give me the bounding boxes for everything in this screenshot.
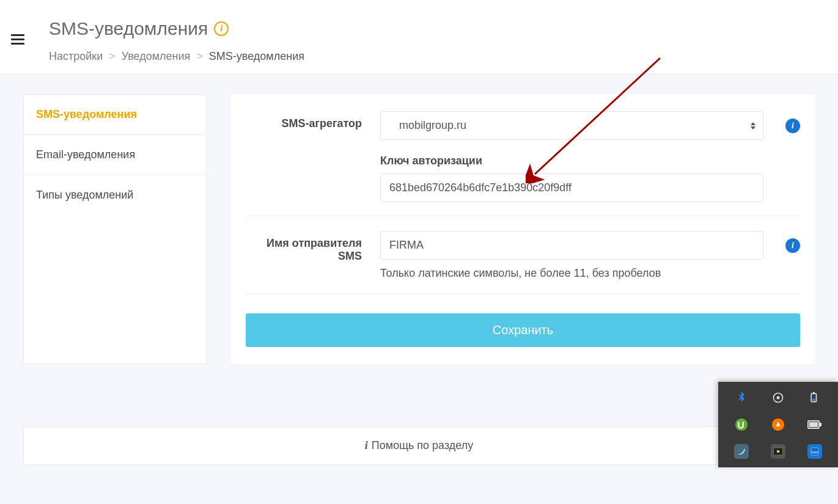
gallery-icon[interactable] xyxy=(771,444,785,459)
auth-key-label: Ключ авторизации xyxy=(380,155,763,167)
battery-icon[interactable] xyxy=(807,390,822,405)
system-tray: intel xyxy=(718,382,838,467)
sidebar-item-types[interactable]: Типы уведомлений xyxy=(24,175,206,215)
svg-rect-10 xyxy=(809,422,818,427)
svg-rect-4 xyxy=(813,392,815,394)
breadcrumb: Настройки > Уведомления > SMS-уведомлени… xyxy=(49,50,838,63)
power-icon[interactable] xyxy=(807,417,822,432)
save-button[interactable]: Сохранить xyxy=(246,313,800,347)
sender-input[interactable] xyxy=(380,231,763,260)
sidebar-item-sms[interactable]: SMS-уведомления xyxy=(24,95,206,135)
avast-icon[interactable] xyxy=(771,417,785,432)
main-panel: SMS-агрегатор mobilgroup.ru Ключ авториз… xyxy=(231,94,815,364)
sidebar-item-label: Email-уведомления xyxy=(36,148,135,161)
aggregator-selected-value: mobilgroup.ru xyxy=(399,119,466,132)
sidebar-item-label: SMS-уведомления xyxy=(36,108,137,120)
sidebar: SMS-уведомления Email-уведомления Типы у… xyxy=(23,94,207,364)
svg-point-2 xyxy=(777,396,780,400)
chevron-right-icon: > xyxy=(109,50,116,63)
sidebar-item-label: Типы уведомлений xyxy=(36,189,133,201)
info-icon[interactable]: i xyxy=(785,238,800,253)
breadcrumb-current: SMS-уведомления xyxy=(209,50,304,63)
breadcrumb-item-settings[interactable]: Настройки xyxy=(49,50,103,63)
bird-icon[interactable] xyxy=(734,444,749,459)
page-title-text: SMS-уведомления xyxy=(49,18,208,39)
svg-rect-5 xyxy=(812,399,815,401)
intel-icon[interactable]: intel xyxy=(807,444,822,459)
aggregator-label: SMS-агрегатор xyxy=(246,111,380,130)
svg-point-6 xyxy=(735,418,748,431)
record-icon[interactable] xyxy=(771,390,785,405)
page-title: SMS-уведомления i xyxy=(49,18,838,39)
sender-hint: Только латинские символы, не более 11, б… xyxy=(380,267,763,280)
info-icon[interactable]: i xyxy=(785,119,800,133)
sender-label: Имя отправителя SMS xyxy=(246,231,380,263)
info-icon[interactable]: i xyxy=(214,21,229,36)
auth-key-input[interactable] xyxy=(380,173,763,202)
svg-point-12 xyxy=(777,450,780,453)
breadcrumb-item-notifications[interactable]: Уведомления xyxy=(122,50,191,63)
bluetooth-icon[interactable] xyxy=(734,390,749,405)
help-text: Помощь по разделу xyxy=(372,439,473,452)
menu-toggle-icon[interactable] xyxy=(11,34,24,45)
svg-rect-9 xyxy=(820,423,821,426)
help-link[interactable]: i Помощь по разделу xyxy=(23,426,815,465)
page-header: SMS-уведомления i Настройки > Уведомлени… xyxy=(0,0,838,75)
select-chevron-icon xyxy=(751,122,755,130)
aggregator-select[interactable]: mobilgroup.ru xyxy=(380,111,763,140)
svg-text:intel: intel xyxy=(812,450,818,454)
sidebar-item-email[interactable]: Email-уведомления xyxy=(24,135,206,175)
utorrent-icon[interactable] xyxy=(734,417,749,432)
chevron-right-icon: > xyxy=(196,50,203,63)
info-icon: i xyxy=(365,439,368,452)
